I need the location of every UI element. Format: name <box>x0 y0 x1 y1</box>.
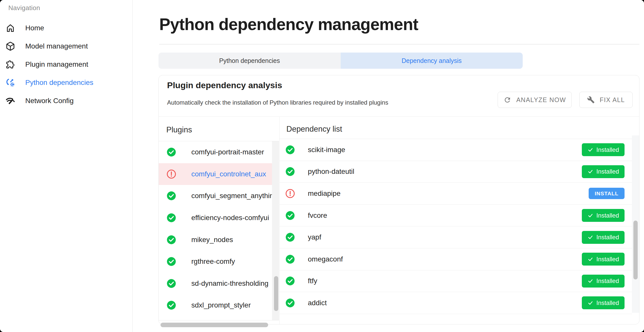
dependency-name: ftfy <box>308 277 317 285</box>
sidebar-item-label: Model management <box>25 42 88 50</box>
home-icon <box>6 23 15 33</box>
check-circle-icon <box>167 279 176 288</box>
installed-badge: Installed <box>582 165 625 178</box>
tab-bar: Python dependencies Dependency analysis <box>158 53 523 69</box>
installed-badge: Installed <box>582 209 625 222</box>
card-subtitle: Automatically check the installation of … <box>167 99 388 106</box>
dependency-row: yapf Installed <box>280 226 632 248</box>
dependency-name: scikit-image <box>308 146 345 154</box>
installed-label: Installed <box>596 212 619 219</box>
plugin-row-selected[interactable]: comfyui_controlnet_aux <box>159 163 272 185</box>
sidebar-item-home[interactable]: Home <box>0 19 132 37</box>
tab-dependency-analysis[interactable]: Dependency analysis <box>341 53 523 69</box>
card-header-divider <box>159 116 639 117</box>
plugins-horizontal-scrollbar-thumb[interactable] <box>160 323 268 327</box>
check-circle-icon <box>167 213 176 223</box>
installed-label: Installed <box>596 256 619 263</box>
dependency-scrollbar-track[interactable] <box>632 135 639 313</box>
sidebar-item-label: Python dependencies <box>25 79 93 87</box>
dependency-row: omegaconf Installed <box>280 248 632 270</box>
dependency-name: omegaconf <box>308 255 343 263</box>
check-icon <box>587 300 593 306</box>
installed-badge: Installed <box>582 253 625 266</box>
plugin-row[interactable]: sdxl_prompt_styler <box>159 294 272 316</box>
sidebar-title: Navigation <box>8 4 40 12</box>
plugin-name: mikey_nodes <box>191 236 233 244</box>
check-circle-icon <box>285 254 295 264</box>
sidebar-item-network-config[interactable]: Network Config <box>0 92 132 110</box>
installed-badge: Installed <box>582 231 625 244</box>
dependency-name: python-dateutil <box>308 168 354 176</box>
installed-label: Installed <box>596 299 619 306</box>
dependency-row: scikit-image Installed <box>280 139 632 161</box>
installed-label: Installed <box>596 146 619 153</box>
sidebar-item-label: Home <box>25 24 44 32</box>
check-icon <box>587 278 593 284</box>
fix-all-label: FIX ALL <box>600 96 625 104</box>
title-divider <box>159 44 639 44</box>
sync-gear-icon <box>6 78 15 87</box>
main-content: Python dependency management Python depe… <box>133 0 644 332</box>
sidebar-item-python-dependencies[interactable]: Python dependencies <box>0 74 132 92</box>
check-icon <box>587 234 593 240</box>
dependency-name: yapf <box>308 233 321 241</box>
app-window: Navigation Home Model management Plugin … <box>0 0 644 332</box>
check-icon <box>587 169 593 175</box>
plugin-name: comfyui_controlnet_aux <box>191 170 266 178</box>
installed-label: Installed <box>596 168 619 175</box>
plugins-heading: Plugins <box>166 125 192 134</box>
sidebar: Navigation Home Model management Plugin … <box>0 0 133 332</box>
plugin-row[interactable]: efficiency-nodes-comfyui <box>159 207 272 229</box>
plugin-row[interactable]: rgthree-comfy <box>159 251 272 273</box>
dependency-row: fvcore Installed <box>280 205 632 227</box>
plugin-name: comfyui-portrait-master <box>191 148 264 156</box>
installed-badge: Installed <box>582 275 625 288</box>
fix-all-button[interactable]: FIX ALL <box>579 92 633 108</box>
check-circle-icon <box>167 257 176 266</box>
check-icon <box>587 147 593 153</box>
check-circle-icon <box>285 298 295 308</box>
plugins-vertical-scrollbar-thumb[interactable] <box>274 276 278 311</box>
sidebar-item-model-management[interactable]: Model management <box>0 37 132 55</box>
refresh-icon <box>503 96 511 104</box>
check-circle-icon <box>285 145 295 155</box>
plugin-row[interactable]: sd-dynamic-thresholding <box>159 273 272 295</box>
plugin-row[interactable]: mikey_nodes <box>159 229 272 251</box>
plugins-list: comfyui-portrait-master comfyui_controln… <box>159 141 279 320</box>
plugin-row[interactable]: comfyui_segment_anything <box>159 185 272 207</box>
analyze-now-button[interactable]: ANALYZE NOW <box>498 92 572 108</box>
network-icon <box>6 96 15 106</box>
check-icon <box>587 256 593 262</box>
check-circle-icon <box>167 300 176 310</box>
plugin-name: sd-dynamic-thresholding <box>191 279 268 288</box>
sidebar-nav-list: Home Model management Plugin management … <box>0 19 132 110</box>
check-circle-icon <box>285 276 295 286</box>
check-icon <box>587 212 593 219</box>
sidebar-item-label: Plugin management <box>25 60 88 68</box>
dependency-list: scikit-image Installed python-dateutil I… <box>280 139 632 314</box>
plugin-name: comfyui_segment_anything <box>191 192 278 200</box>
plugin-name: sdxl_prompt_styler <box>191 301 251 309</box>
dependency-name: fvcore <box>308 211 327 220</box>
check-circle-icon <box>285 211 295 220</box>
check-circle-icon <box>285 232 295 242</box>
tab-python-dependencies[interactable]: Python dependencies <box>158 53 341 69</box>
dependency-scrollbar-thumb[interactable] <box>633 221 638 279</box>
error-circle-icon <box>285 189 295 198</box>
check-circle-icon <box>167 235 176 245</box>
dependency-analysis-card: Plugin dependency analysis Automatically… <box>158 75 639 324</box>
plugin-name: rgthree-comfy <box>191 257 235 266</box>
installed-label: Installed <box>596 234 619 241</box>
dependency-row-missing: mediapipe INSTALL <box>280 183 632 205</box>
installed-badge: Installed <box>582 143 625 156</box>
check-circle-icon <box>285 167 295 176</box>
dependency-name: mediapipe <box>308 189 340 198</box>
plugin-row[interactable]: comfyui-portrait-master <box>159 141 272 163</box>
sidebar-item-plugin-management[interactable]: Plugin management <box>0 55 132 74</box>
install-button[interactable]: INSTALL <box>589 188 625 199</box>
dependency-row: python-dateutil Installed <box>280 161 632 183</box>
analyze-now-label: ANALYZE NOW <box>516 96 566 104</box>
dependency-row: addict Installed <box>280 292 632 314</box>
page-title: Python dependency management <box>159 15 418 34</box>
installed-label: Installed <box>596 277 619 284</box>
